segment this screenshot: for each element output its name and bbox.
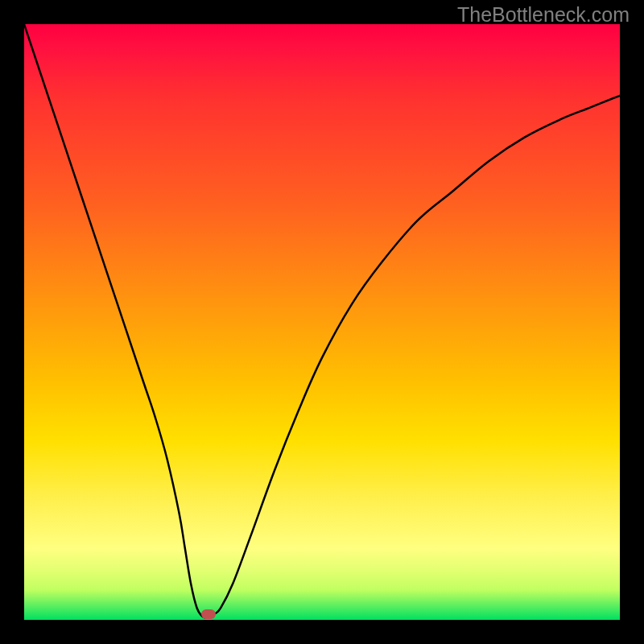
chart-frame: TheBottleneck.com: [0, 0, 644, 644]
plot-area: [24, 24, 620, 620]
optimum-marker: [201, 609, 216, 619]
curve-svg: [24, 24, 620, 620]
bottleneck-curve: [24, 24, 620, 617]
watermark-text: TheBottleneck.com: [457, 3, 630, 27]
